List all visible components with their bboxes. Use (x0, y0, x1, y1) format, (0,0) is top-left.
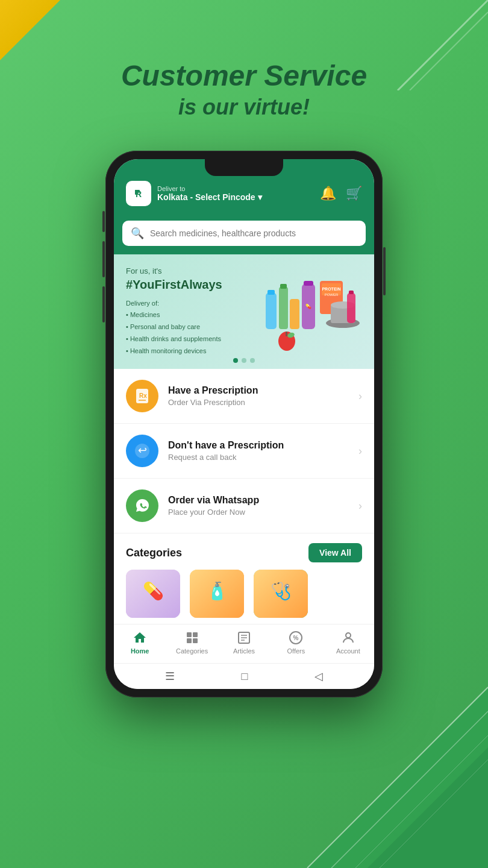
prescription-icon-wrap: Rx (126, 380, 158, 412)
page-header: Customer Service is our virtue! (0, 60, 488, 120)
nav-label-offers: Offers (287, 647, 305, 655)
svg-text:🩺: 🩺 (271, 581, 292, 601)
category-row: 💊 🧴 (114, 570, 374, 624)
home-icon (133, 631, 147, 645)
search-input[interactable] (150, 228, 357, 238)
back-gesture-icon[interactable]: ☰ (165, 670, 175, 683)
offers-icon: % (289, 631, 303, 645)
whatsapp-icon-wrap (126, 489, 158, 522)
deliver-to-label: Deliver to (157, 185, 262, 192)
phone-notch (205, 159, 283, 176)
svg-text:%: % (293, 635, 299, 641)
svg-rect-24 (290, 299, 299, 329)
svg-rect-46 (187, 638, 192, 643)
home-gesture-icon[interactable]: □ (242, 670, 248, 683)
bottom-nav: Home Categories (114, 624, 374, 663)
option-callback-title: Don't have a Prescription (168, 440, 358, 451)
categories-title: Categories (126, 547, 182, 559)
banner-dot-2[interactable] (242, 358, 246, 363)
account-icon (341, 631, 355, 645)
banner-image-area: PROTEIN POWER (254, 264, 362, 359)
page-subtitle: is our virtue! (0, 95, 488, 120)
app-logo-area: R Deliver to Kolkata - Select Pincode ▾ (126, 181, 262, 206)
nav-item-articles[interactable]: Articles (218, 631, 270, 655)
search-input-wrap[interactable]: 🔍 (122, 221, 366, 246)
phone-btn-silent (102, 286, 105, 322)
phone-btn-volume-up (102, 211, 105, 232)
categories-section: Categories View All (114, 533, 374, 570)
svg-text:💊: 💊 (305, 303, 311, 309)
option-whatsapp-subtitle: Place your Order Now (168, 508, 358, 517)
svg-marker-2 (307, 687, 488, 868)
app-header-icons: 🔔 🛒 (320, 186, 362, 201)
svg-text:🧴: 🧴 (207, 581, 228, 601)
svg-line-4 (307, 687, 488, 868)
svg-text:PROTEIN: PROTEIN (322, 287, 340, 291)
category-thumb-3[interactable]: 🩺 (254, 570, 308, 618)
svg-rect-29 (286, 332, 287, 336)
app-logo: R (126, 181, 151, 206)
banner-dots (233, 358, 255, 363)
svg-text:Rx: Rx (139, 392, 147, 399)
deliver-location: Kolkata - Select Pincode ▾ (157, 192, 262, 202)
banner-dot-1[interactable] (233, 358, 238, 363)
banner-inner: For us, it's #YouFirstAlways Delivery of… (114, 254, 374, 369)
nav-item-home[interactable]: Home (114, 631, 166, 655)
banner-dot-3[interactable] (250, 358, 255, 363)
dropdown-arrow-icon[interactable]: ▾ (258, 192, 262, 202)
option-prescription-title: Have a Prescription (168, 385, 358, 396)
recents-gesture-icon[interactable]: ◁ (314, 670, 323, 683)
category-thumb-2[interactable]: 🧴 (190, 570, 244, 618)
svg-rect-32 (349, 291, 354, 294)
option-callback[interactable]: ↩ Don't have a Prescription Request a ca… (114, 424, 374, 479)
svg-rect-45 (193, 632, 198, 637)
banner-hashtag: #YouFirstAlways (126, 278, 254, 292)
callback-arrow-icon: › (358, 445, 362, 458)
svg-point-54 (346, 633, 351, 638)
option-prescription-text: Have a Prescription Order Via Prescripti… (168, 385, 358, 407)
banner-tag: For us, it's (126, 266, 254, 275)
products-illustration: PROTEIN POWER (254, 257, 362, 359)
svg-text:POWER: POWER (325, 293, 339, 297)
gesture-bar: ☰ □ ◁ (114, 663, 374, 689)
svg-rect-23 (280, 284, 287, 289)
option-callback-subtitle: Request a call back (168, 453, 358, 462)
category-thumb-1[interactable]: 💊 (126, 570, 180, 618)
nav-item-categories[interactable]: Categories (166, 631, 217, 655)
view-all-button[interactable]: View All (308, 543, 362, 562)
svg-line-6 (355, 735, 488, 868)
nav-item-offers[interactable]: % Offers (270, 631, 322, 655)
svg-rect-21 (267, 290, 275, 295)
banner-section: For us, it's #YouFirstAlways Delivery of… (114, 254, 374, 369)
svg-marker-3 (368, 747, 488, 868)
option-callback-text: Don't have a Prescription Request a call… (168, 440, 358, 462)
search-icon: 🔍 (131, 227, 144, 240)
svg-rect-31 (347, 293, 355, 323)
banner-list: Delivery of: • Medicines • Personal and … (126, 298, 254, 357)
option-whatsapp[interactable]: Order via Whatsapp Place your Order Now … (114, 479, 374, 533)
nav-item-account[interactable]: Account (322, 631, 374, 655)
svg-rect-47 (193, 638, 198, 643)
option-whatsapp-text: Order via Whatsapp Place your Order Now (168, 495, 358, 517)
cart-icon[interactable]: 🛒 (346, 186, 362, 201)
svg-rect-12 (138, 191, 140, 193)
svg-rect-22 (279, 287, 288, 329)
svg-text:💊: 💊 (143, 581, 164, 601)
nav-label-account: Account (336, 647, 360, 655)
callback-icon-wrap: ↩ (126, 435, 158, 467)
nav-label-articles: Articles (233, 647, 255, 655)
option-prescription-subtitle: Order Via Prescription (168, 398, 358, 407)
svg-line-7 (380, 760, 488, 868)
categories-icon (185, 631, 199, 645)
whatsapp-arrow-icon: › (358, 500, 362, 512)
phone-wrapper: R Deliver to Kolkata - Select Pincode ▾ (105, 151, 383, 697)
deliver-info: Deliver to Kolkata - Select Pincode ▾ (157, 185, 262, 202)
option-whatsapp-title: Order via Whatsapp (168, 495, 358, 506)
svg-text:↩: ↩ (138, 444, 147, 456)
phone-btn-volume-down (102, 241, 105, 277)
option-prescription[interactable]: Rx Have a Prescription Order Via Prescri… (114, 369, 374, 424)
notification-icon[interactable]: 🔔 (320, 186, 336, 201)
phone-screen: R Deliver to Kolkata - Select Pincode ▾ (114, 159, 374, 689)
svg-rect-20 (266, 293, 277, 329)
banner-text-area: For us, it's #YouFirstAlways Delivery of… (126, 266, 254, 357)
